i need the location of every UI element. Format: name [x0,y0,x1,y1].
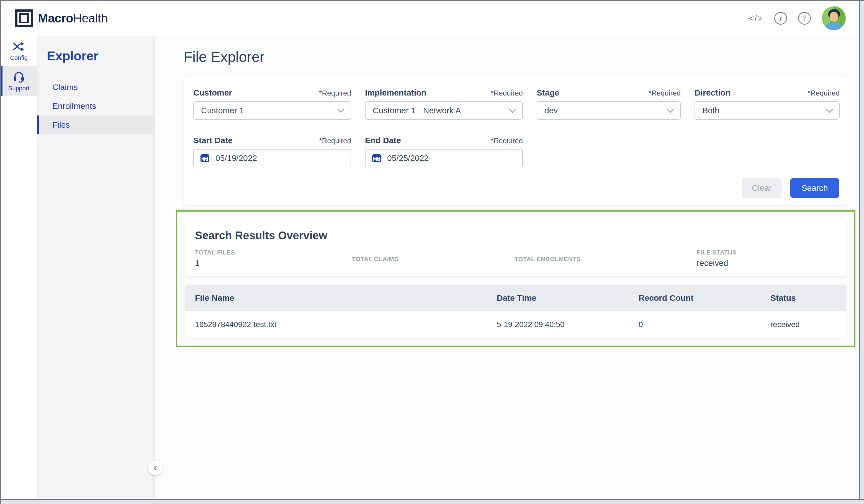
info-icon[interactable]: i [774,12,787,25]
cell-date-time: 5-19-2022 09:40:50 [497,320,639,329]
results-overview-title: Search Results Overview [195,229,846,242]
search-results-highlight: Search Results Overview TOTAL FILES 1 TO… [176,210,855,347]
field-start-date: Start Date *Required [193,136,351,167]
results-stats: TOTAL FILES 1 TOTAL CLAIMS TOTAL ENROLME… [195,249,846,268]
nav-rail: Config Support [1,36,37,499]
stat-file-status: FILE STATUS received [697,249,846,268]
col-file-name: File Name [195,293,497,303]
macrohealth-logo-icon [15,9,33,27]
user-avatar[interactable] [822,7,846,30]
chevron-down-icon [667,106,674,113]
sidebar-item-claims[interactable]: Claims [37,78,155,97]
chevron-down-icon [509,106,516,113]
avatar-face [830,12,838,22]
rail-item-config[interactable]: Config [1,36,37,66]
shuffle-icon [12,41,25,52]
customer-label: Customer [193,88,232,97]
col-date-time: Date Time [497,293,639,303]
table-row[interactable]: 1652978440922-test.txt 5-19-2022 09:40:5… [185,311,846,338]
field-customer: Customer *Required Customer 1 [193,88,351,120]
help-icon[interactable]: ? [798,12,811,25]
rail-item-support[interactable]: Support [1,66,37,96]
field-direction: Direction *Required Both [695,88,840,120]
start-date-label: Start Date [193,136,232,145]
stat-total-files: TOTAL FILES 1 [195,249,352,268]
start-date-input[interactable]: 05/19/2022 [193,149,351,167]
scrollbar-gutter [859,1,864,499]
rail-label-support: Support [8,85,29,92]
explorer-title: Explorer [47,48,155,63]
implementation-label: Implementation [365,88,427,97]
clear-button[interactable]: Clear [742,178,782,198]
collapse-panel-button[interactable]: ‹ [148,460,163,475]
start-date-required: *Required [319,136,351,145]
page-title: File Explorer [184,48,841,65]
brand-name: MacroHealth [38,11,107,25]
field-implementation: Implementation *Required Customer 1 - Ne… [365,88,523,120]
chevron-left-icon: ‹ [154,463,157,472]
table-header-row: File Name Date Time Record Count Status [185,285,846,311]
rail-label-config: Config [10,54,28,61]
app-body: Config Support Explorer Claims Enrollmen… [1,36,859,499]
explorer-panel: Explorer Claims Enrollments Files [37,36,155,499]
chevron-down-icon [337,106,344,113]
window-bottom-edge [1,499,864,504]
filter-actions: Clear Search [193,178,839,198]
main-content: File Explorer Customer *Required Custome… [155,36,859,499]
top-bar: MacroHealth </> i ? [1,1,859,36]
implementation-select[interactable]: Customer 1 - Network A [365,101,523,120]
customer-select[interactable]: Customer 1 [193,101,351,120]
sidebar-item-enrollments[interactable]: Enrollments [37,97,155,116]
stat-total-claims: TOTAL CLAIMS [352,249,515,268]
results-overview-card: Search Results Overview TOTAL FILES 1 TO… [185,219,846,276]
stage-select[interactable]: dev [537,101,681,120]
sidebar-item-files[interactable]: Files [37,116,155,134]
col-status: Status [770,293,846,303]
end-date-label: End Date [365,136,401,145]
search-button[interactable]: Search [790,178,839,198]
field-end-date: End Date *Required [365,136,523,167]
cell-status: received [770,320,846,329]
direction-required: *Required [807,89,840,97]
implementation-required: *Required [491,89,523,97]
customer-required: *Required [319,89,351,97]
cell-file-name: 1652978440922-test.txt [195,320,497,329]
col-record-count: Record Count [639,293,770,303]
field-stage: Stage *Required dev [537,88,681,120]
calendar-icon [372,153,382,163]
chevron-down-icon [826,106,833,113]
end-date-input[interactable]: 05/25/2022 [365,149,523,167]
direction-select[interactable]: Both [695,101,840,120]
code-icon[interactable]: </> [749,13,763,24]
filter-card: Customer *Required Customer 1 Implementa… [184,77,848,206]
avatar-shirt [825,23,842,30]
stat-total-enrolments: TOTAL ENROLMENTS [515,249,697,268]
files-table: File Name Date Time Record Count Status … [185,285,846,338]
cell-record-count: 0 [639,320,770,329]
brand-logo[interactable]: MacroHealth [15,9,107,27]
stage-required: *Required [649,89,681,97]
headset-icon [13,70,25,83]
stage-label: Stage [537,88,560,97]
topbar-icons: </> i ? [749,7,846,30]
end-date-required: *Required [491,136,523,145]
app-window: MacroHealth </> i ? Config [0,0,864,504]
calendar-icon [200,153,210,163]
direction-label: Direction [695,88,731,97]
